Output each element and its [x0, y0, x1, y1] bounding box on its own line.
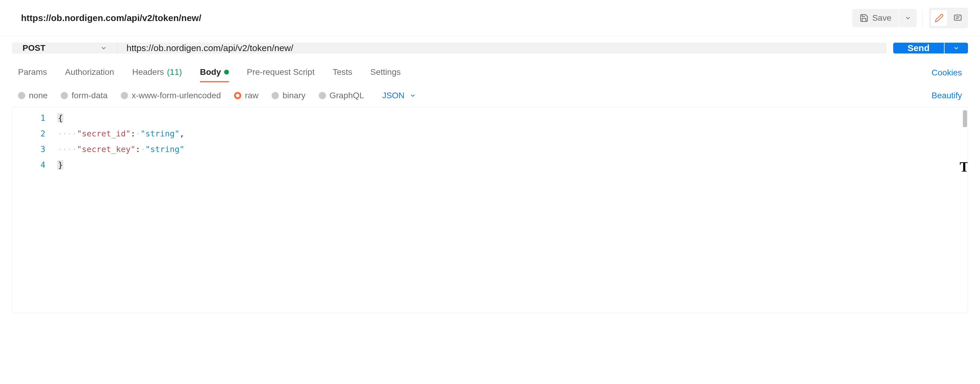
pencil-icon [935, 14, 943, 22]
language-label: JSON [382, 91, 405, 100]
radio-binary[interactable]: binary [272, 91, 305, 100]
line-number: 3 [12, 142, 45, 157]
comma: , [179, 129, 184, 138]
send-group: Send [893, 43, 968, 54]
radio-label: form-data [72, 91, 108, 100]
save-dropdown-button[interactable] [899, 9, 916, 27]
title-bar: https://ob.nordigen.com/api/v2/token/new… [0, 0, 980, 36]
json-value: "string" [145, 145, 185, 154]
chevron-down-icon [100, 45, 107, 51]
tab-tests[interactable]: Tests [332, 63, 352, 82]
cookies-link[interactable]: Cookies [932, 68, 962, 78]
radio-icon [319, 92, 326, 99]
radio-label: x-www-form-urlencoded [132, 91, 221, 100]
tabs-row: Params Authorization Headers (11) Body P… [0, 60, 980, 82]
radio-form-data[interactable]: form-data [61, 91, 108, 100]
radio-graphql[interactable]: GraphQL [319, 91, 364, 100]
radio-icon [272, 92, 279, 99]
body-types-row: none form-data x-www-form-urlencoded raw… [0, 82, 980, 107]
radio-none[interactable]: none [18, 91, 48, 100]
method-select[interactable]: POST [12, 43, 118, 53]
text-cursor-icon: T [959, 159, 968, 175]
body-indicator-dot [224, 70, 229, 75]
tab-label: Body [200, 67, 221, 77]
save-button[interactable]: Save [852, 9, 899, 27]
colon: : [135, 145, 140, 154]
url-input[interactable] [118, 43, 886, 53]
scrollbar-thumb[interactable] [963, 110, 967, 127]
chevron-down-icon [409, 92, 416, 99]
tab-label: Params [18, 67, 47, 77]
json-value: "string" [140, 129, 179, 138]
chevron-down-icon [953, 45, 959, 51]
tab-prerequest[interactable]: Pre-request Script [247, 63, 315, 82]
save-group: Save [852, 9, 916, 27]
radio-label: binary [282, 91, 305, 100]
method-url-group: POST [12, 43, 886, 54]
tab-label: Tests [332, 67, 352, 77]
tab-authorization[interactable]: Authorization [65, 63, 114, 82]
beautify-link[interactable]: Beautify [932, 91, 962, 100]
save-icon [859, 14, 869, 22]
colon: : [131, 129, 135, 138]
radio-icon [61, 92, 68, 99]
request-title: https://ob.nordigen.com/api/v2/token/new… [21, 13, 201, 23]
radio-icon [18, 92, 25, 99]
code-area[interactable]: { ····"secret_id":·"string", ····"secret… [57, 107, 968, 176]
tab-body[interactable]: Body [200, 63, 229, 82]
comment-button[interactable] [949, 10, 966, 26]
indent: ···· [57, 145, 77, 154]
radio-label: none [29, 91, 48, 100]
svg-rect-0 [955, 15, 961, 21]
tab-headers[interactable]: Headers (11) [132, 63, 182, 82]
body-editor[interactable]: 1 2 3 4 { ····"secret_id":·"string", ···… [12, 107, 968, 313]
code-line: { [57, 110, 968, 126]
headers-count: (11) [167, 67, 182, 77]
icon-button-group [929, 8, 968, 28]
radio-label: raw [245, 91, 258, 100]
tabs: Params Authorization Headers (11) Body P… [18, 63, 401, 82]
tab-params[interactable]: Params [18, 63, 47, 82]
chevron-down-icon [905, 15, 911, 21]
json-key: "secret_id" [77, 129, 131, 138]
space: · [135, 129, 140, 138]
tab-label: Pre-request Script [247, 67, 315, 77]
method-label: POST [22, 43, 45, 53]
code-line: ····"secret_key":·"string" [57, 142, 968, 157]
edit-button[interactable] [931, 10, 948, 26]
radio-icon [121, 92, 128, 99]
code-line: } [57, 157, 968, 173]
body-language-select[interactable]: JSON [382, 91, 416, 100]
radio-x-www-form-urlencoded[interactable]: x-www-form-urlencoded [121, 91, 221, 100]
title-actions: Save [852, 8, 968, 28]
code-line: ····"secret_id":·"string", [57, 126, 968, 142]
radio-label: GraphQL [329, 91, 364, 100]
tab-label: Settings [371, 67, 401, 77]
radio-icon [234, 92, 241, 99]
tab-label: Authorization [65, 67, 114, 77]
editor-content: 1 2 3 4 { ····"secret_id":·"string", ···… [12, 107, 968, 176]
save-label: Save [872, 13, 891, 23]
brace-open: { [57, 113, 64, 123]
divider [923, 10, 923, 26]
radio-raw[interactable]: raw [234, 91, 258, 100]
json-key: "secret_key" [77, 145, 135, 154]
tab-settings[interactable]: Settings [371, 63, 401, 82]
send-button[interactable]: Send [893, 43, 944, 54]
line-number: 4 [12, 157, 45, 173]
send-dropdown-button[interactable] [945, 43, 968, 54]
body-types: none form-data x-www-form-urlencoded raw… [18, 91, 416, 100]
line-number: 1 [12, 110, 45, 126]
line-number: 2 [12, 126, 45, 142]
indent: ···· [57, 129, 77, 138]
comment-icon [953, 14, 962, 22]
brace-close: } [57, 160, 64, 169]
tab-label: Headers [132, 67, 164, 77]
request-bar: POST Send [0, 36, 980, 60]
space: · [140, 145, 145, 154]
line-gutter: 1 2 3 4 [12, 107, 57, 176]
